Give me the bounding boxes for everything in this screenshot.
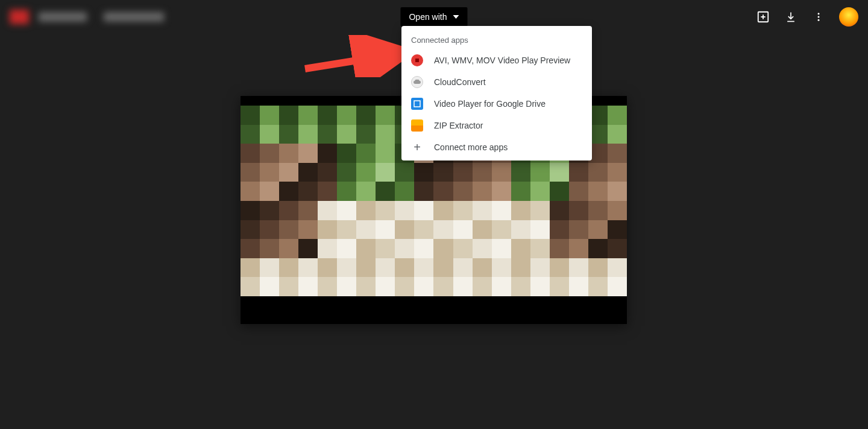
menu-item-label: Video Player for Google Drive <box>434 99 546 109</box>
menu-item-label: AVI, WMV, MOV Video Play Preview <box>434 56 570 65</box>
zip-extractor-app-icon <box>411 119 423 132</box>
avi-app-icon <box>411 54 423 66</box>
menu-item-label: Connect more apps <box>434 142 508 152</box>
open-with-button[interactable]: Open with <box>400 7 467 27</box>
menu-item-cloudconvert[interactable]: CloudConvert <box>401 71 592 93</box>
dropdown-section-header: Connected apps <box>401 31 592 49</box>
caret-down-icon <box>453 15 459 19</box>
open-with-label: Open with <box>409 12 447 22</box>
menu-item-connect-more[interactable]: + Connect more apps <box>401 136 592 158</box>
download-button[interactable] <box>784 10 798 24</box>
svg-point-4 <box>818 16 820 18</box>
cloudconvert-app-icon <box>411 76 423 88</box>
svg-rect-6 <box>415 59 419 62</box>
svg-point-3 <box>818 13 820 14</box>
more-actions-button[interactable] <box>811 10 826 24</box>
menu-item-video-player[interactable]: Video Player for Google Drive <box>401 93 592 115</box>
menu-item-zip-extractor[interactable]: ZIP Extractor <box>401 115 592 136</box>
menu-item-label: ZIP Extractor <box>434 121 483 130</box>
svg-line-9 <box>305 53 403 69</box>
menu-item-avi-preview[interactable]: AVI, WMV, MOV Video Play Preview <box>401 49 592 71</box>
menu-item-label: CloudConvert <box>434 77 486 87</box>
open-with-dropdown: Connected apps AVI, WMV, MOV Video Play … <box>401 26 592 160</box>
video-player-app-icon <box>411 98 423 110</box>
svg-rect-7 <box>414 101 420 107</box>
header-actions <box>756 7 858 27</box>
file-info-blurred <box>10 10 164 24</box>
plus-icon: + <box>411 141 423 153</box>
user-avatar[interactable] <box>839 7 858 27</box>
svg-point-5 <box>818 19 820 21</box>
add-to-drive-button[interactable] <box>756 10 770 24</box>
